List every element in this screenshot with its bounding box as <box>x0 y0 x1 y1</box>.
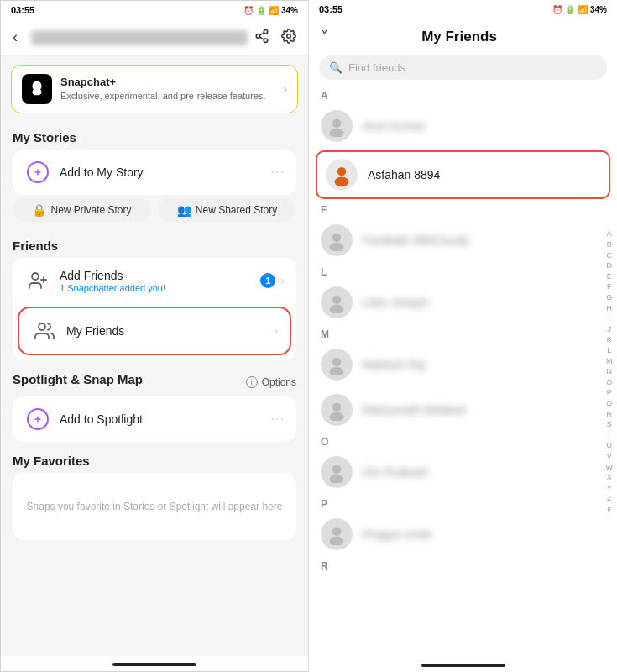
alpha-h[interactable]: H <box>604 303 615 314</box>
my-friends-label: My Friends <box>66 324 274 338</box>
left-content: Snapchat+ Exclusive, experimental, and p… <box>1 56 308 656</box>
favorites-title: My Favorites <box>13 454 296 468</box>
alpha-i[interactable]: I <box>604 313 615 324</box>
snapplus-banner[interactable]: Snapchat+ Exclusive, experimental, and p… <box>11 65 298 113</box>
friend-avatar-om <box>321 456 353 488</box>
spotlight-card: Add to Spotlight ··· <box>13 396 296 442</box>
left-home-indicator <box>1 656 308 671</box>
right-home-bar <box>421 664 505 667</box>
alpha-q[interactable]: Q <box>604 398 615 409</box>
spotlight-dots-icon[interactable]: ··· <box>271 412 285 427</box>
add-to-spotlight-item[interactable]: Add to Spotlight ··· <box>13 396 296 442</box>
my-friends-item[interactable]: My Friends › <box>18 307 291 355</box>
alpha-y[interactable]: Y <box>604 483 615 494</box>
friend-item-mahesh[interactable]: Mahesh Raj <box>309 342 617 387</box>
alpha-u[interactable]: U <box>604 440 615 451</box>
friend-item-libin[interactable]: Libin Joseph <box>309 280 617 325</box>
svg-point-22 <box>332 358 341 366</box>
alpha-hash[interactable]: # <box>604 504 615 515</box>
friend-item-pragya[interactable]: Pragya conte <box>309 512 617 557</box>
my-stories-card: Add to My Story ··· <box>13 150 296 195</box>
alpha-b[interactable]: B <box>604 239 615 250</box>
back-button[interactable]: ‹ <box>13 29 18 46</box>
friend-name-asfahan: Asfahan 8894 <box>368 168 440 181</box>
friend-item-arun[interactable]: Arun Kumar <box>309 103 617 149</box>
friend-name-pragya: Pragya conte <box>363 528 432 541</box>
right-signal-icon: 📶 <box>578 5 588 14</box>
alpha-m[interactable]: M <box>604 356 615 367</box>
battery-percent: 34% <box>281 6 298 15</box>
add-friends-text: Add Friends 1 Snapchatter added you! <box>60 269 260 293</box>
alpha-j[interactable]: J <box>604 324 615 335</box>
friends-title: Friends <box>13 239 296 253</box>
alpha-n[interactable]: N <box>604 366 615 377</box>
right-status-time: 03:55 <box>319 4 342 14</box>
add-to-my-story-item[interactable]: Add to My Story ··· <box>13 150 296 195</box>
back-chevron-button[interactable]: ˅ <box>321 28 328 46</box>
friend-item-om[interactable]: Om Prakash <box>309 449 617 495</box>
alpha-x[interactable]: X <box>604 472 615 483</box>
alpha-g[interactable]: G <box>604 292 615 303</box>
friend-name-farabath: Farabath 890Cloudy <box>363 234 469 247</box>
alpha-d[interactable]: D <box>604 260 615 271</box>
friend-avatar-arun <box>321 110 353 142</box>
svg-point-26 <box>332 465 341 474</box>
gear-icon[interactable] <box>281 29 296 47</box>
spotlight-title-row: Spotlight & Snap Map i Options <box>13 372 296 391</box>
section-letter-p: P <box>309 495 617 512</box>
friend-name-mariyunath: Mariyunath Belakari <box>363 403 467 417</box>
options-button[interactable]: i Options <box>246 376 296 388</box>
my-friends-text: My Friends <box>66 324 274 338</box>
friend-item-farabath[interactable]: Farabath 890Cloudy <box>309 218 617 263</box>
svg-point-16 <box>337 167 346 176</box>
right-battery-percent: 34% <box>590 5 607 14</box>
svg-point-27 <box>330 475 344 483</box>
svg-point-8 <box>32 273 39 280</box>
alpha-f[interactable]: F <box>604 281 615 292</box>
right-home-indicator <box>309 657 617 672</box>
alpha-w[interactable]: W <box>604 462 615 473</box>
add-story-icon <box>24 159 51 186</box>
alpha-e[interactable]: E <box>604 271 615 282</box>
svg-point-21 <box>330 305 344 313</box>
svg-point-29 <box>330 537 344 545</box>
my-friends-arrow-icon: › <box>274 324 278 338</box>
friend-item-mariyunath[interactable]: Mariyunath Belakari <box>309 387 617 433</box>
my-stories-section: My Stories Add to My Story ··· <box>1 122 308 198</box>
left-phone-screen: 03:55 ⏰ 🔋 📶 34% ‹ <box>0 0 308 672</box>
alpha-o[interactable]: O <box>604 377 615 388</box>
alpha-t[interactable]: T <box>604 430 615 441</box>
alpha-r[interactable]: R <box>604 409 615 420</box>
favorites-empty-box: Snaps you favorite in Stories or Spotlig… <box>13 473 296 540</box>
alpha-z[interactable]: Z <box>604 493 615 504</box>
alpha-l[interactable]: L <box>604 345 615 356</box>
add-story-label: Add to My Story <box>60 165 271 179</box>
new-private-story-button[interactable]: 🔒 New Private Story <box>13 198 151 222</box>
section-letter-a: A <box>309 87 617 103</box>
left-status-bar: 03:55 ⏰ 🔋 📶 34% <box>1 1 308 19</box>
add-friends-label: Add Friends <box>60 269 260 282</box>
share-icon[interactable] <box>254 29 269 47</box>
alpha-p[interactable]: P <box>604 387 615 398</box>
alpha-k[interactable]: K <box>604 334 615 345</box>
left-home-bar <box>112 663 196 666</box>
snapplus-arrow-icon: › <box>283 82 287 96</box>
battery-icon: 🔋 <box>256 6 266 15</box>
alpha-v[interactable]: V <box>604 451 615 462</box>
friend-item-asfahan[interactable]: Asfahan 8894 <box>316 150 610 199</box>
search-placeholder: Find friends <box>348 61 405 74</box>
search-bar[interactable]: 🔍 Find friends <box>319 55 607 80</box>
spotlight-section: Spotlight & Snap Map i Options <box>1 364 308 445</box>
new-shared-story-button[interactable]: 👥 New Shared Story <box>158 198 296 222</box>
add-friends-item[interactable]: Add Friends 1 Snapchatter added you! 1 › <box>13 258 296 303</box>
options-label: Options <box>262 376 296 388</box>
add-story-dots-icon[interactable]: ··· <box>271 165 285 180</box>
alpha-s[interactable]: S <box>604 419 615 430</box>
alpha-c[interactable]: C <box>604 250 615 261</box>
friends-section: Friends Add Friends 1 Snapchatter added … <box>1 230 308 364</box>
friend-name-arun: Arun Kumar <box>363 119 426 133</box>
friends-list: A Arun Kumar Asfahan 8894 F <box>309 87 617 657</box>
story-sub-row: 🔒 New Private Story 👥 New Shared Story <box>1 198 308 230</box>
alpha-a[interactable]: A <box>604 228 615 239</box>
search-icon: 🔍 <box>329 61 342 74</box>
